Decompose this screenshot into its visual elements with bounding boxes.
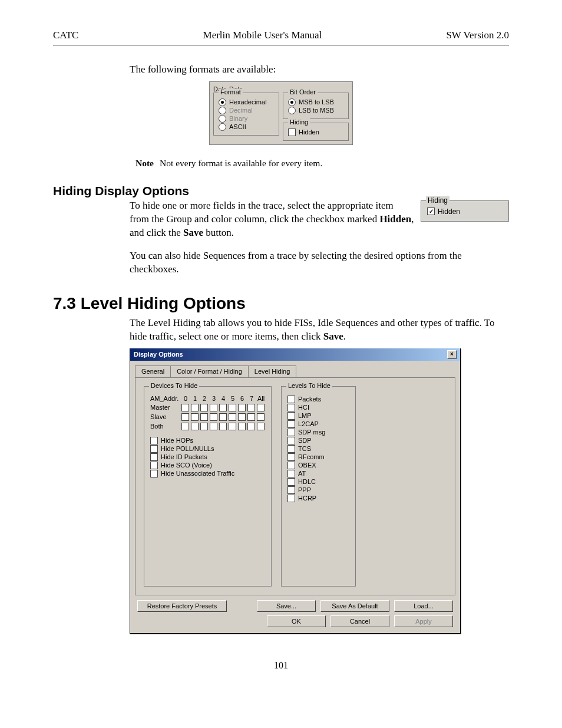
bitorder-panel: Bit Order MSB to LSB LSB to MSB [283,93,349,119]
intro-text: The following formats are available: [130,63,509,77]
device-checkbox[interactable] [247,404,255,411]
hide-option[interactable]: Hide HOPs [150,437,265,444]
device-checkbox[interactable] [238,404,246,411]
level-option[interactable]: HCI [287,404,349,411]
hiding-side-box: Hiding Hidden [421,200,509,222]
level-heading: 7.3 Level Hiding Options [53,294,509,313]
row-label-master: Master [150,404,180,411]
device-checkbox[interactable] [229,404,236,411]
device-checkbox[interactable] [200,423,208,430]
device-checkbox[interactable] [219,413,227,421]
device-checkbox[interactable] [257,413,265,421]
checkbox-icon [287,420,295,428]
level-option[interactable]: L2CAP [287,420,349,428]
radio-lsb[interactable]: LSB to MSB [288,107,343,114]
device-checkbox[interactable] [200,404,208,411]
restore-factory-button[interactable]: Restore Factory Presets [137,600,227,612]
device-checkbox[interactable] [200,413,208,421]
device-checkbox[interactable] [210,413,217,421]
tab-color-format-hiding[interactable]: Color / Format / Hiding [170,365,249,377]
level-option[interactable]: AT [287,470,349,477]
device-checkbox[interactable] [181,413,189,421]
level-option[interactable]: HDLC [287,478,349,486]
display-options-dialog: Display Options × General Color / Format… [130,348,461,634]
tab-level-hiding[interactable]: Level Hiding [248,365,297,377]
device-checkbox[interactable] [181,423,189,430]
hidden-side-checkbox[interactable]: Hidden [427,207,504,216]
save-button[interactable]: Save... [257,600,316,612]
device-checkbox[interactable] [257,423,265,430]
level-option[interactable]: OBEX [287,462,349,469]
tab-general[interactable]: General [135,365,171,377]
radio-msb[interactable]: MSB to LSB [288,98,343,106]
col-header: 2 [200,395,209,402]
device-checkbox[interactable] [229,423,236,430]
header-rule [53,45,509,45]
device-checkbox[interactable] [238,413,246,421]
level-option[interactable]: RFcomm [287,453,349,461]
device-checkbox[interactable] [247,423,255,430]
ok-button[interactable]: OK [267,615,326,627]
device-checkbox[interactable] [219,423,227,430]
page-header: CATC Merlin Mobile User's Manual SW Vers… [53,29,509,44]
close-icon[interactable]: × [447,350,457,359]
device-checkbox[interactable] [191,413,199,421]
devices-legend: Devices To Hide [149,382,199,389]
radio-ascii[interactable]: ASCII [219,123,274,131]
load-button[interactable]: Load... [394,600,453,612]
col-header: 6 [238,395,246,402]
checkbox-icon [287,437,295,444]
col-header: 0 [181,395,190,402]
checkbox-icon [150,445,158,453]
device-checkbox[interactable] [229,413,236,421]
checkbox-icon [288,129,296,136]
levels-legend: Levels To Hide [286,382,332,389]
note-label: Note [135,158,154,168]
col-header: 1 [191,395,199,402]
dialog-title: Display Options [134,351,183,358]
level-option[interactable]: SDP [287,437,349,444]
device-checkbox[interactable] [210,423,217,430]
hiding-legend: Hiding [288,118,310,126]
level-option[interactable]: LMP [287,412,349,420]
level-option[interactable]: HCRP [287,495,349,502]
note-text: Not every format is available for every … [160,158,322,168]
format-legend: Format [219,88,243,95]
device-checkbox[interactable] [181,404,189,411]
radio-decimal: Decimal [219,107,274,114]
data-data-panel: Data•Data Format Hexadecimal Decimal Bin… [209,81,353,145]
device-checkbox[interactable] [238,423,246,430]
hide-option[interactable]: Hide SCO (Voice) [150,462,265,469]
device-checkbox[interactable] [219,404,227,411]
page-number: 101 [53,660,509,671]
device-checkbox[interactable] [191,423,199,430]
hidden-checkbox[interactable]: Hidden [288,129,343,136]
checkbox-icon [287,453,295,461]
hide-option[interactable]: Hide ID Packets [150,453,265,461]
device-checkbox[interactable] [247,413,255,421]
note-line: NoteNot every format is available for ev… [135,158,509,169]
level-option[interactable]: PPP [287,486,349,494]
hide-option[interactable]: Hide POLL/NULLs [150,445,265,453]
radio-hexadecimal[interactable]: Hexadecimal [219,98,274,106]
checkbox-icon [150,437,158,444]
device-checkbox[interactable] [210,404,217,411]
hide-option[interactable]: Hide Unassociated Traffic [150,470,265,477]
level-option[interactable]: Packets [287,396,349,403]
dialog-titlebar[interactable]: Display Options × [130,348,460,361]
hiding-side-legend: Hiding [426,196,449,205]
checkbox-icon [150,462,158,469]
device-checkbox[interactable] [257,404,265,411]
checkbox-icon [287,396,295,403]
checkbox-icon [287,429,295,436]
cancel-button[interactable]: Cancel [330,615,389,627]
device-checkbox[interactable] [191,404,199,411]
row-label-slave: Slave [150,413,180,420]
checkbox-icon [150,453,158,461]
save-default-button[interactable]: Save As Default [320,600,389,612]
level-option[interactable]: TCS [287,445,349,453]
level-option[interactable]: SDP msg [287,429,349,436]
checkbox-icon [287,462,295,469]
radio-dot-icon [219,107,226,114]
checkbox-icon [287,404,295,411]
